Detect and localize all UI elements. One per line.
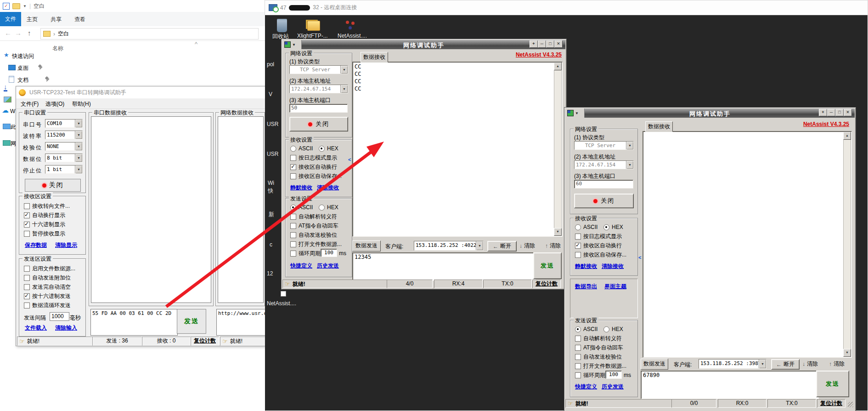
na1-clear-recv-button[interactable]: ↓ 清除 (519, 242, 535, 250)
checkbox-icon[interactable] (290, 241, 296, 247)
checkbox-cycle-period[interactable]: 循环周期 (290, 250, 321, 257)
usr-titlebar[interactable]: USR-TCP232-Test 串口转网络调试助手 (16, 86, 268, 99)
clear-input-link[interactable]: 清除输入 (55, 324, 77, 332)
pictures-icon[interactable] (4, 97, 11, 103)
scroll-up-icon[interactable]: ▲ (554, 63, 562, 70)
radio-icon[interactable] (575, 224, 581, 230)
minimize-button[interactable]: ─ (538, 40, 546, 48)
checkbox-cycle-period[interactable]: 循环周期 (575, 372, 605, 378)
na2-clear-send-button[interactable]: ↑ 清除 (829, 360, 845, 368)
checkbox-icon[interactable] (290, 173, 296, 179)
checkbox-icon[interactable] (575, 336, 581, 342)
radio-send-hex[interactable]: HEX (319, 204, 338, 211)
checkbox-log-mode[interactable]: 按日志模式显示 (290, 154, 337, 161)
checkbox-icon[interactable] (24, 275, 30, 281)
qat-dropdown-icon[interactable]: ▼ (23, 4, 27, 8)
radio-icon[interactable] (603, 224, 609, 230)
checkbox-clear-after-send[interactable]: 发送完自动清空 (24, 284, 71, 290)
na1-data-send-tab[interactable]: 数据发送 (352, 240, 381, 251)
checkbox-open-file-source[interactable]: 打开文件数据源... (575, 363, 626, 369)
checkbox-icon[interactable] (24, 231, 30, 237)
na2-client-select[interactable]: 153.118.25.252 :39872▼ (699, 359, 767, 369)
clear-recv-link[interactable]: 清除接收 (602, 263, 624, 270)
checkbox-recv-to-file[interactable]: 接收转向文件... (24, 203, 70, 209)
chevron-down-icon[interactable]: ▼ (626, 161, 633, 169)
baud-rate-select[interactable]: 115200▼ (45, 131, 83, 139)
checkbox-at-enter[interactable]: AT指令自动回车 (290, 223, 338, 229)
checkbox-auto-save[interactable]: 接收区自动保存... (575, 251, 626, 258)
checkbox-icon[interactable] (290, 155, 296, 161)
sidebar-item-quick-access[interactable]: 快速访问 (12, 52, 34, 60)
checkbox-at-enter[interactable]: AT指令自动回车 (575, 344, 623, 351)
close-button[interactable]: ✕ (554, 40, 563, 48)
pin-button[interactable]: + (530, 40, 538, 48)
ui-theme-link[interactable]: 界面主题 (604, 283, 626, 291)
na1-titlebar[interactable]: ▼ 网络调试助手 (282, 40, 565, 49)
serial-send-button[interactable]: 发送 (177, 309, 206, 334)
checkbox-icon[interactable] (24, 284, 30, 290)
na2-send-button[interactable]: 发送 (816, 371, 849, 397)
close-button[interactable]: ✕ (844, 109, 852, 116)
checkbox-parse-escape[interactable]: 自动解析转义符 (575, 335, 622, 342)
checkbox-icon[interactable] (24, 203, 30, 209)
na2-scrollbar[interactable] (843, 132, 851, 357)
sidebar-item-documents[interactable]: 文档 (17, 76, 28, 84)
tab-file[interactable]: 文件 (0, 12, 21, 26)
onedrive-cloud-icon[interactable]: ☁ (2, 106, 9, 114)
tab-home[interactable]: 主页 (27, 16, 38, 23)
checkbox-auto-wrap[interactable]: 自动换行显示 (24, 212, 65, 218)
radio-icon[interactable] (575, 326, 581, 332)
shortcut-define-link[interactable]: 快捷定义 (575, 383, 597, 391)
na2-reset-counter-button[interactable]: 复位计数 (817, 399, 845, 408)
checkbox-icon[interactable] (290, 232, 296, 238)
usr-reset-counter-button[interactable]: 复位计数 (191, 337, 219, 346)
checkbox-auto-checksum[interactable]: 自动发送校验位 (290, 232, 337, 238)
silent-recv-link[interactable]: 静默接收 (290, 184, 312, 192)
tab-share[interactable]: 共享 (51, 16, 62, 23)
checkbox-icon[interactable] (24, 293, 30, 299)
na1-recv-tab[interactable]: 数据接收 (361, 52, 388, 63)
menu-file[interactable]: 文件(F) (21, 100, 39, 108)
radio-send-ascii[interactable]: ASCII (290, 204, 313, 211)
na2-send-input[interactable]: 67890 (641, 371, 819, 399)
recycle-bin-icon[interactable] (277, 19, 287, 32)
resize-grip[interactable] (848, 402, 853, 407)
parity-select[interactable]: NONE▼ (45, 142, 83, 151)
checkbox-icon[interactable] (575, 345, 581, 351)
chevron-down-icon[interactable]: ▼ (75, 120, 82, 127)
na1-recv-area[interactable]: CC CC CC CC (352, 62, 563, 237)
radio-send-hex[interactable]: HEX (603, 326, 623, 332)
xlightftp-folder-icon[interactable] (307, 21, 320, 31)
na1-close-button[interactable]: 关闭 (289, 117, 348, 131)
silent-recv-link[interactable]: 静默接收 (575, 263, 597, 270)
na1-send-button[interactable]: 发送 (533, 252, 562, 279)
breadcrumb[interactable]: 空白 (58, 30, 69, 38)
protocol-type-select[interactable]: TCP Server▼ (289, 65, 348, 74)
local-port-input[interactable]: 60 (574, 180, 633, 188)
net-recv-textarea[interactable] (218, 116, 264, 303)
chevron-down-icon[interactable]: ▼ (626, 142, 633, 149)
this-pc-icon[interactable] (3, 124, 11, 129)
clear-display-link[interactable]: 清除显示 (55, 241, 77, 249)
checkbox-icon[interactable] (290, 214, 296, 220)
checkbox-icon[interactable] (575, 243, 581, 249)
chevron-down-icon[interactable]: ▼ (340, 85, 348, 93)
na1-scrollbar[interactable] (554, 63, 562, 236)
history-send-link[interactable]: 历史发送 (602, 383, 624, 391)
na2-titlebar[interactable]: ▼ 网络调试助手 (565, 108, 855, 118)
checkbox-send-as-hex[interactable]: 按十六进制发送 (24, 293, 71, 299)
pin-button[interactable]: + (819, 109, 827, 116)
sidebar-item-cloud-fragment[interactable]: W (10, 108, 15, 114)
checkbox-file-source[interactable]: 启用文件数据源... (24, 265, 75, 272)
na1-version-link[interactable]: NetAssist V4.3.25 (474, 51, 562, 58)
cycle-period-input[interactable]: 100 (605, 371, 622, 379)
data-export-link[interactable]: 数据导出 (575, 283, 597, 291)
checkbox-auto-checksum[interactable]: 自动发送校验位 (575, 354, 622, 360)
na2-recv-tab[interactable]: 数据接收 (645, 121, 673, 132)
checkbox-auto-append[interactable]: 自动发送附加位 (24, 274, 71, 281)
xlightftp-label[interactable]: XlightFTP-... (297, 33, 328, 39)
qat-check-icon[interactable]: ✓ (3, 3, 10, 10)
na2-close-button[interactable]: 关闭 (574, 194, 634, 208)
radio-icon[interactable] (603, 326, 609, 332)
sort-indicator[interactable]: ^ (195, 40, 197, 47)
